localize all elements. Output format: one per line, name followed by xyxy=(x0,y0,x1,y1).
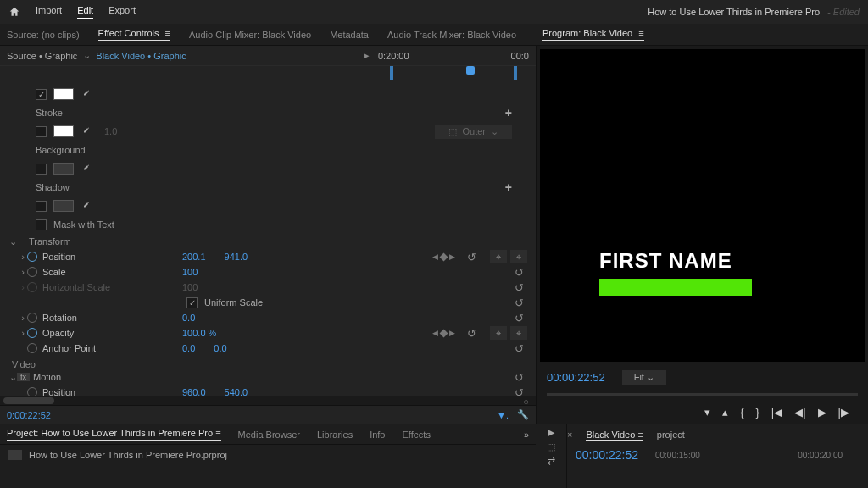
stopwatch-icon[interactable] xyxy=(27,267,37,277)
reset-icon[interactable]: ↺ xyxy=(515,342,524,355)
fill-color-swatch[interactable] xyxy=(53,88,74,100)
eyedropper-icon[interactable] xyxy=(81,201,91,211)
mark-clip-icon[interactable]: { xyxy=(740,406,743,419)
track-select-tool-icon[interactable]: ⬚ xyxy=(539,441,563,452)
expand-icon[interactable]: › xyxy=(19,252,27,262)
eyedropper-icon[interactable] xyxy=(81,164,91,174)
hamburger-icon[interactable]: ≡ xyxy=(165,28,170,38)
reset-icon[interactable]: ↺ xyxy=(515,297,524,309)
fill-checkbox[interactable] xyxy=(36,89,47,100)
background-color-swatch[interactable] xyxy=(53,163,74,175)
prev-keyframe-icon[interactable]: ◀ xyxy=(432,329,438,337)
stroke-type-dropdown[interactable]: ⬚ Outer ⌄ xyxy=(435,125,512,139)
reset-icon[interactable]: ↺ xyxy=(467,327,476,340)
tab-metadata[interactable]: Metadata xyxy=(330,30,369,40)
reset-icon[interactable]: ↺ xyxy=(515,386,524,397)
step-back-icon[interactable]: ◀| xyxy=(794,406,805,419)
reset-icon[interactable]: ↺ xyxy=(515,281,524,294)
opacity-value[interactable]: 100.0 % xyxy=(182,328,216,338)
stroke-checkbox[interactable] xyxy=(36,126,47,137)
stopwatch-icon[interactable] xyxy=(27,313,37,323)
home-icon[interactable] xyxy=(8,6,20,18)
filter-icon[interactable]: ▼. xyxy=(497,410,509,420)
anchor-x-value[interactable]: 0.0 xyxy=(182,343,195,353)
program-timecode[interactable]: 00:00:22:52 xyxy=(547,371,605,384)
anchor-y-value[interactable]: 0.0 xyxy=(214,343,226,353)
collapse-icon[interactable]: ⌄ xyxy=(8,236,17,247)
eyedropper-icon[interactable] xyxy=(81,126,91,136)
program-scrubber[interactable] xyxy=(547,393,858,396)
timeline-ruler[interactable]: 00:00:15:00 00:00:20:00 xyxy=(655,451,860,460)
rotation-value[interactable]: 0.0 xyxy=(182,313,195,323)
zoom-fit-dropdown[interactable]: Fit ⌄ xyxy=(622,370,666,385)
timeline-tab-black-video[interactable]: Black Video ≡ xyxy=(586,430,643,441)
ease-in-icon[interactable]: ⌖ xyxy=(490,250,507,263)
stroke-color-swatch[interactable] xyxy=(53,125,74,137)
mask-checkbox[interactable] xyxy=(36,219,47,230)
current-timecode[interactable]: 0:00:22:52 xyxy=(7,410,51,420)
next-keyframe-icon[interactable]: ▶ xyxy=(449,252,455,261)
reset-icon[interactable]: ↺ xyxy=(515,312,524,324)
scale-value[interactable]: 100 xyxy=(182,267,198,277)
tab-media-browser[interactable]: Media Browser xyxy=(238,430,300,440)
mark-selection-icon[interactable]: } xyxy=(755,406,759,419)
tab-program[interactable]: Program: Black Video ≡ xyxy=(542,28,644,41)
tab-export[interactable]: Export xyxy=(108,5,136,19)
mark-in-icon[interactable]: ▾ xyxy=(704,406,710,419)
selection-tool-icon[interactable]: ▶ xyxy=(539,427,563,438)
eyedropper-icon[interactable] xyxy=(81,89,91,99)
stopwatch-icon[interactable] xyxy=(27,387,37,396)
tab-source[interactable]: Source: (no clips) xyxy=(7,30,80,40)
mark-out-icon[interactable]: ▴ xyxy=(722,406,728,419)
ripple-tool-icon[interactable]: ⇄ xyxy=(539,456,563,467)
ease-in-icon[interactable]: ⌖ xyxy=(490,326,507,340)
stopwatch-icon[interactable] xyxy=(27,328,37,338)
collapse-icon[interactable]: ⌄ xyxy=(8,372,17,383)
add-stroke-button[interactable]: + xyxy=(505,106,512,119)
tab-import[interactable]: Import xyxy=(36,5,62,19)
playhead-icon[interactable] xyxy=(466,66,475,75)
target-clip-link[interactable]: Black Video • Graphic xyxy=(96,51,186,61)
add-keyframe-icon[interactable] xyxy=(440,329,448,337)
playhead-prev-icon[interactable]: ▸ xyxy=(364,50,370,61)
expand-icon[interactable]: › xyxy=(19,328,27,338)
reset-icon[interactable]: ↺ xyxy=(515,371,524,384)
reset-icon[interactable]: ↺ xyxy=(467,251,476,263)
tab-info[interactable]: Info xyxy=(370,430,385,440)
tab-project[interactable]: Project: How to Use Lower Thirds in Prem… xyxy=(7,428,221,441)
tab-edit[interactable]: Edit xyxy=(77,5,93,19)
shadow-checkbox[interactable] xyxy=(36,201,47,212)
hamburger-icon[interactable]: ≡ xyxy=(638,28,643,38)
timeline-timecode[interactable]: 00:00:22:52 xyxy=(576,448,638,462)
next-keyframe-icon[interactable]: ▶ xyxy=(449,329,455,337)
uniform-scale-checkbox[interactable] xyxy=(186,297,198,308)
expand-icon[interactable]: › xyxy=(19,267,27,277)
overflow-icon[interactable]: » xyxy=(524,430,529,440)
effect-timeline-ruler[interactable] xyxy=(0,66,536,80)
scrollbar-horizontal[interactable]: ○ xyxy=(0,396,536,405)
ease-out-icon[interactable]: ⌖ xyxy=(510,250,527,263)
stroke-width-value[interactable]: 1.0 xyxy=(104,126,117,136)
background-checkbox[interactable] xyxy=(36,164,47,175)
ease-out-icon[interactable]: ⌖ xyxy=(510,326,527,340)
project-item[interactable]: How to Use Lower Thirds in Premiere Pro.… xyxy=(0,445,536,465)
tab-audio-clip-mixer[interactable]: Audio Clip Mixer: Black Video xyxy=(189,30,311,40)
stopwatch-icon[interactable] xyxy=(27,343,37,353)
expand-icon[interactable]: › xyxy=(19,313,27,323)
close-tab-icon[interactable]: × xyxy=(567,430,572,440)
go-to-in-icon[interactable]: |◀ xyxy=(771,406,782,419)
play-icon[interactable]: ▶ xyxy=(818,406,826,419)
position-x-value[interactable]: 960.0 xyxy=(182,387,206,396)
position-y-value[interactable]: 941.0 xyxy=(225,252,248,262)
add-keyframe-icon[interactable] xyxy=(440,252,448,261)
position-x-value[interactable]: 200.1 xyxy=(182,252,206,262)
tab-effects[interactable]: Effects xyxy=(403,430,431,440)
prev-keyframe-icon[interactable]: ◀ xyxy=(432,252,438,261)
wrench-icon[interactable]: 🔧 xyxy=(517,409,529,420)
position-y-value[interactable]: 540.0 xyxy=(225,387,248,396)
timeline-tab-project[interactable]: project xyxy=(657,430,685,440)
fx-badge[interactable]: fx xyxy=(17,373,30,381)
reset-icon[interactable]: ↺ xyxy=(515,266,524,279)
tab-effect-controls[interactable]: Effect Controls ≡ xyxy=(98,28,170,41)
add-shadow-button[interactable]: + xyxy=(505,180,512,194)
